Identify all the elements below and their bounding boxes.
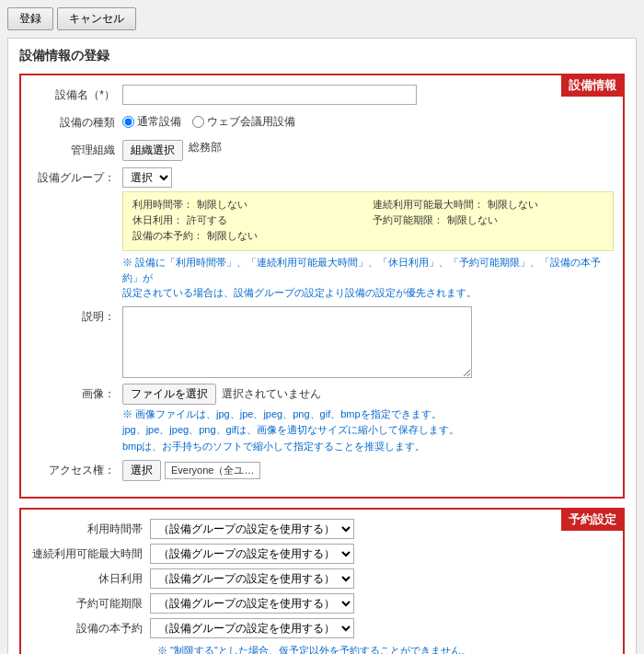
info-row-2a: 休日利用： 許可する bbox=[132, 213, 363, 227]
page-title: 設備情報の登録 bbox=[19, 48, 625, 64]
info-row-1a: 利用時間帯： 制限しない bbox=[132, 198, 363, 212]
yoyaku-row-3: 予約可能期限 （設備グループの設定を使用する） bbox=[30, 593, 614, 614]
file-select-button[interactable]: ファイルを選択 bbox=[122, 384, 216, 405]
type-radio-group: 通常設備 ウェブ会議用設備 bbox=[122, 112, 295, 130]
mgmt-org-content: 組織選択 総務部 bbox=[122, 140, 614, 161]
page-wrapper: 登録 キャンセル 設備情報の登録 設備情報 設備名（*） 設備の種類 bbox=[0, 0, 644, 654]
equipment-section-label: 設備情報 bbox=[561, 75, 624, 97]
image-row: 画像： ファイルを選択 選択されていません ※ 画像ファイルは、jpg、jpe、… bbox=[30, 384, 614, 455]
type-radio-web-input[interactable] bbox=[192, 116, 204, 128]
top-cancel-button[interactable]: キャンセル bbox=[57, 7, 136, 30]
access-controls: 選択 Everyone（全ユ… bbox=[122, 460, 260, 481]
name-input[interactable] bbox=[122, 85, 417, 105]
type-radio-normal-input[interactable] bbox=[122, 116, 134, 128]
image-content: ファイルを選択 選択されていません ※ 画像ファイルは、jpg、jpe、jpeg… bbox=[122, 384, 614, 455]
yoyaku-label-3: 予約可能期限 bbox=[30, 596, 150, 612]
mgmt-org-row: 管理組織 組織選択 総務部 bbox=[30, 140, 614, 162]
info-row-3a: 設備の本予約： 制限しない bbox=[132, 229, 363, 243]
desc-content bbox=[122, 306, 614, 378]
group-note: ※ 設備に「利用時間帯」、「連続利用可能最大時間」、「休日利用」、「予約可能期限… bbox=[122, 255, 614, 301]
type-label: 設備の種類 bbox=[30, 112, 122, 131]
equipment-section: 設備情報 設備名（*） 設備の種類 通常設備 bbox=[19, 74, 625, 499]
info-grid: 利用時間帯： 制限しない 連続利用可能最大時間： 制限しない 休日利用： 許可す… bbox=[132, 198, 604, 243]
info-row-2b: 予約可能期限： 制限しない bbox=[373, 213, 604, 227]
desc-row: 説明： bbox=[30, 306, 614, 378]
type-radio-normal[interactable]: 通常設備 bbox=[122, 114, 181, 130]
yoyaku-select-3[interactable]: （設備グループの設定を使用する） bbox=[150, 593, 354, 614]
info-row-1b: 連続利用可能最大時間： 制限しない bbox=[373, 198, 604, 212]
yoyaku-row-0: 利用時間帯 （設備グループの設定を使用する） bbox=[30, 519, 614, 539]
name-label: 設備名（*） bbox=[30, 85, 122, 103]
access-content: 選択 Everyone（全ユ… bbox=[122, 460, 614, 481]
yoyaku-select-0[interactable]: （設備グループの設定を使用する） bbox=[150, 519, 354, 539]
yoyaku-row-2: 休日利用 （設備グループの設定を使用する） bbox=[30, 568, 614, 589]
type-radio-web-label: ウェブ会議用設備 bbox=[207, 114, 295, 130]
top-register-button[interactable]: 登録 bbox=[7, 7, 53, 30]
group-row: 設備グループ： 選択 利用時間帯： 制限しない 連続利用可 bbox=[30, 167, 614, 301]
group-content: 選択 利用時間帯： 制限しない 連続利用可能最大時間： 制限しない bbox=[122, 167, 614, 301]
access-row: アクセス権： 選択 Everyone（全ユ… bbox=[30, 460, 614, 482]
yoyaku-row-1: 連続利用可能最大時間 （設備グループの設定を使用する） bbox=[30, 544, 614, 564]
yoyaku-label-0: 利用時間帯 bbox=[30, 522, 150, 537]
type-content: 通常設備 ウェブ会議用設備 bbox=[122, 112, 614, 130]
file-status: 選択されていません bbox=[222, 386, 321, 402]
mgmt-org-label: 管理組織 bbox=[30, 140, 122, 158]
type-radio-normal-label: 通常設備 bbox=[137, 114, 181, 130]
file-area: ファイルを選択 選択されていません bbox=[122, 384, 321, 405]
yoyaku-select-2[interactable]: （設備グループの設定を使用する） bbox=[150, 568, 354, 589]
yoyaku-label-1: 連続利用可能最大時間 bbox=[30, 546, 150, 562]
image-label: 画像： bbox=[30, 384, 122, 402]
main-card: 設備情報の登録 設備情報 設備名（*） 設備の種類 通常設備 bbox=[7, 38, 637, 654]
org-name: 総務部 bbox=[189, 140, 222, 155]
yoyaku-label-4: 設備の本予約 bbox=[30, 621, 150, 637]
type-radio-web[interactable]: ウェブ会議用設備 bbox=[192, 114, 295, 130]
access-select-button[interactable]: 選択 bbox=[122, 460, 161, 481]
access-label: アクセス権： bbox=[30, 460, 122, 478]
reservation-section-label: 予約設定 bbox=[561, 509, 624, 531]
yoyaku-select-4[interactable]: （設備グループの設定を使用する） bbox=[150, 618, 354, 638]
file-note-2: jpg、jpe、jpeg、png、gifは、画像を適切なサイズに縮小して保存しま… bbox=[122, 424, 459, 435]
yoyaku-select-1[interactable]: （設備グループの設定を使用する） bbox=[150, 544, 354, 564]
desc-label: 説明： bbox=[30, 306, 122, 325]
name-row: 設備名（*） bbox=[30, 85, 614, 107]
org-select-button[interactable]: 組織選択 bbox=[122, 140, 183, 161]
name-content bbox=[122, 85, 614, 105]
info-box: 利用時間帯： 制限しない 連続利用可能最大時間： 制限しない 休日利用： 許可す… bbox=[122, 191, 614, 251]
group-select[interactable]: 選択 bbox=[122, 167, 172, 188]
yoyaku-label-2: 休日利用 bbox=[30, 571, 150, 587]
top-buttons: 登録 キャンセル bbox=[7, 7, 637, 30]
yoyaku-row-4: 設備の本予約 （設備グループの設定を使用する） bbox=[30, 618, 614, 638]
access-value: Everyone（全ユ… bbox=[165, 462, 260, 479]
type-row: 設備の種類 通常設備 ウェブ会議用設備 bbox=[30, 112, 614, 134]
file-note-3: bmpは、お手持ちのソフトで縮小して指定することを推奨します。 bbox=[122, 441, 425, 452]
reservation-note: ※ "制限する"とした場合、仮予定以外を予約することができません。 bbox=[157, 643, 614, 654]
group-label: 設備グループ： bbox=[30, 167, 122, 186]
file-note: ※ 画像ファイルは、jpg、jpe、jpeg、png、gif、bmpを指定できま… bbox=[122, 407, 459, 455]
desc-textarea[interactable] bbox=[122, 306, 472, 378]
file-note-1: ※ 画像ファイルは、jpg、jpe、jpeg、png、gif、bmpを指定できま… bbox=[122, 408, 442, 419]
reservation-section: 予約設定 利用時間帯 （設備グループの設定を使用する） 連続利用可能最大時間 （… bbox=[19, 508, 625, 654]
